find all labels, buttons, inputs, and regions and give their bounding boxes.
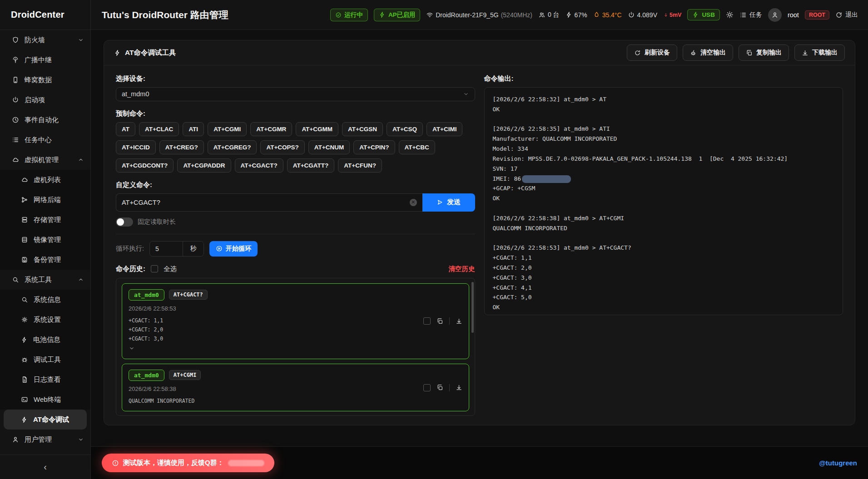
preset-command-button[interactable]: AT+CGATT? [287,158,335,173]
start-loop-button[interactable]: 开始循环 [209,241,258,257]
sidebar-item-备份管理[interactable]: 备份管理 [0,250,90,270]
fixed-read-label: 固定读取时长 [138,218,176,226]
sidebar-item-镜像管理[interactable]: 镜像管理 [0,230,90,250]
preset-command-button[interactable]: AT+CGPADDR [177,158,231,173]
copy-icon[interactable] [436,384,443,391]
preset-command-button[interactable]: ATI [183,122,204,136]
download-icon[interactable] [456,384,462,391]
preset-command-button[interactable]: AT+CNUM [308,140,350,154]
divider [449,384,450,391]
history-card-checkbox[interactable] [423,317,431,325]
history-card-checkbox[interactable] [423,384,431,391]
sun-icon [726,11,734,19]
divider [116,234,475,234]
logout-button[interactable]: 退出 [835,11,858,19]
history-scrollbar[interactable] [471,282,474,333]
sidebar-item-任务中心[interactable]: 任务中心 [0,130,90,150]
preset-command-button[interactable]: AT+CGREG? [208,140,257,154]
preset-command-button[interactable]: AT+CPIN? [353,140,395,154]
output-line [493,114,835,124]
sidebar-item-日志查看[interactable]: 日志查看 [0,370,90,390]
sidebar-item-label: 用户管理 [25,435,52,444]
sidebar-item-网络后端[interactable]: 网络后端 [0,190,90,210]
sidebar-item-防火墙[interactable]: 防火墙 [0,30,90,50]
device-select[interactable]: at_mdm0 [116,87,475,101]
fixed-read-toggle[interactable] [116,217,133,227]
toolbar-button-复制输出[interactable]: 复制输出 [739,44,789,61]
sidebar-item-广播中继[interactable]: 广播中继 [0,50,90,70]
sidebar-item-事件自动化[interactable]: 事件自动化 [0,110,90,130]
custom-command-input[interactable]: AT+CGACT? ✕ [116,193,422,212]
output-line: QUALCOMM INCORPORATED [493,223,835,233]
image-icon [21,236,28,243]
sidebar-item-用户管理[interactable]: 用户管理 [0,430,90,449]
terminal-icon [21,396,28,403]
sidebar-item-虚机列表[interactable]: 虚机列表 [0,170,90,190]
preset-command-button[interactable]: AT+CGMI [208,122,247,136]
sidebar-item-label: Web终端 [34,395,61,404]
toolbar-button-刷新设备[interactable]: 刷新设备 [627,44,677,61]
sidebar-item-蜂窝数据[interactable]: 蜂窝数据 [0,70,90,90]
cellular-icon [12,76,19,84]
preset-command-button[interactable]: AT+CGMM [296,122,338,136]
output-line: [2026/2/6 22:58:35] at_mdm0 > ATI [493,124,835,134]
history-card: at_mdm0 AT+CGMI 2026/2/6 22:58:38QUALCOM… [122,364,469,411]
loop-row: 循环执行: 5 秒 开始循环 [116,241,475,257]
history-card-main: at_mdm0 AT+CGACT? 2026/2/6 22:58:53+CGAC… [129,289,419,353]
status-running-badge: 运行中 [330,9,368,21]
sidebar-item-电池信息[interactable]: 电池信息 [0,330,90,350]
preset-command-button[interactable]: AT+CGSN [342,122,383,136]
preset-command-button[interactable]: AT+CSQ [387,122,423,136]
voltage-delta: 5mV [663,12,681,18]
avatar[interactable] [768,8,782,22]
bolt-icon [21,336,28,343]
sidebar-item-系统工具[interactable]: 系统工具 [0,270,90,290]
preset-command-button[interactable]: AT+COPS? [260,140,304,154]
loop-interval-value: 5 [150,242,183,256]
preset-command-button[interactable]: AT+CLAC [139,122,179,136]
sidebar-item-启动项[interactable]: 启动项 [0,90,90,110]
loop-interval-input[interactable]: 5 秒 [149,241,204,257]
preset-command-button[interactable]: AT+CGMR [250,122,292,136]
clear-history-link[interactable]: 清空历史 [449,265,475,273]
preset-command-button[interactable]: AT+CBC [399,140,435,154]
preset-command-button[interactable]: AT+ICCID [116,140,156,154]
toolbar-button-下载输出[interactable]: 下载输出 [794,44,845,61]
sidebar-item-label: 系统设置 [34,316,61,324]
download-icon[interactable] [456,318,462,325]
tasks-button[interactable]: 任务 [739,11,762,19]
preset-command-button[interactable]: AT+CGDCONT? [116,158,174,173]
preset-command-button[interactable]: AT+CFUN? [338,158,382,173]
select-all-checkbox[interactable] [151,265,158,272]
presets-label: 预制命令: [116,109,475,118]
send-button[interactable]: 发送 [422,193,475,212]
theme-toggle-button[interactable] [726,11,734,19]
command-output[interactable]: [2026/2/6 22:58:32] at_mdm0 > ATOK[2026/… [484,87,843,315]
copy-icon[interactable] [436,318,443,325]
sidebar-item-虚拟机管理[interactable]: 虚拟机管理 [0,150,90,170]
sidebar-item-Web终端[interactable]: Web终端 [0,390,90,410]
fixed-read-row: 固定读取时长 [116,217,475,227]
sidebar-item-label: 网络后端 [34,196,61,204]
preset-command-button[interactable]: AT+CIMI [427,122,462,136]
clear-input-icon[interactable]: ✕ [410,199,417,206]
device-select-value: at_mdm0 [122,90,149,98]
sidebar-item-label: 虚机列表 [34,176,61,184]
preset-command-button[interactable]: AT+CGACT? [235,158,283,173]
sidebar-item-调试工具[interactable]: 调试工具 [0,350,90,370]
left-column: 选择设备: at_mdm0 预制命令: ATAT+CLACATIAT+CGMIA… [116,74,475,416]
vm-icon [21,176,28,183]
toolbar-button-清空输出[interactable]: 清空输出 [683,44,733,61]
chevron-up-icon [78,157,84,163]
history-card-actions [419,289,462,353]
expand-chevron-icon[interactable] [129,345,135,351]
preset-command-button[interactable]: AT [116,122,135,136]
sidebar-item-AT命令调试[interactable]: AT命令调试 [4,410,87,430]
sidebar-collapse-button[interactable]: ‹ [44,462,47,472]
output-line: +GCAP: +CGSM [493,183,835,193]
sidebar-item-系统信息[interactable]: 系统信息 [0,290,90,310]
sidebar-item-系统设置[interactable]: 系统设置 [0,310,90,330]
sidebar-item-存储管理[interactable]: 存储管理 [0,210,90,230]
credit-link[interactable]: @tutugreen [819,459,857,467]
preset-command-button[interactable]: AT+CREG? [159,140,204,154]
